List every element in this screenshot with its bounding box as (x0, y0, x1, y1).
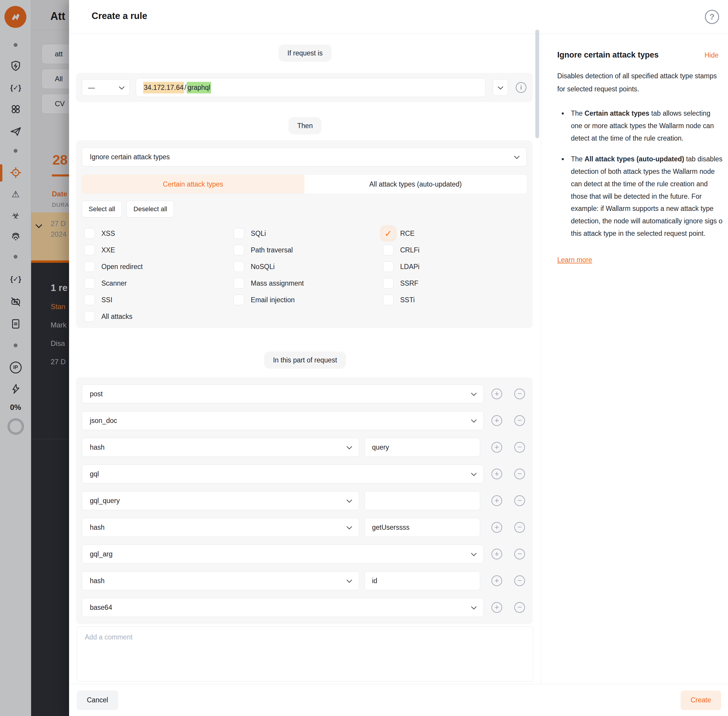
remove-row-button[interactable]: − (514, 575, 525, 586)
attack-type-label: Mass assignment (251, 279, 304, 287)
attack-type-label: All attacks (101, 312, 133, 321)
create-button[interactable]: Create (681, 690, 721, 710)
attack-type-label: Scanner (101, 279, 127, 287)
checkbox-checked[interactable]: ✓ (383, 228, 394, 239)
checkbox[interactable] (233, 245, 244, 255)
attack-type-option[interactable]: Email injection (233, 294, 304, 305)
select-all-button[interactable]: Select all (82, 201, 122, 217)
remove-row-button[interactable]: − (514, 442, 525, 453)
attack-type-label: SQLi (251, 229, 266, 238)
remove-row-button[interactable]: − (514, 602, 525, 613)
deselect-all-button[interactable]: Deselect all (127, 201, 174, 217)
attack-type-option[interactable]: SQLi (233, 228, 304, 239)
chevron-down-icon (347, 577, 352, 583)
add-row-button[interactable]: + (492, 388, 502, 399)
remove-row-button[interactable]: − (514, 415, 525, 426)
attack-type-option[interactable]: Mass assignment (233, 278, 304, 288)
request-part-value-input[interactable] (365, 491, 480, 510)
tab-certain-attack-types[interactable]: Certain attack types (82, 175, 304, 194)
remove-row-button[interactable]: − (514, 549, 525, 560)
checkbox[interactable] (383, 294, 394, 305)
request-part-row: gql_arg+− (82, 545, 527, 564)
remove-row-button[interactable]: − (514, 522, 525, 533)
attack-type-grid: XSSXXEOpen redirectScannerSSIAll attacks… (82, 228, 527, 326)
scrollbar[interactable] (535, 30, 539, 138)
add-row-button[interactable]: + (492, 469, 502, 479)
checkbox[interactable] (383, 245, 394, 255)
chevron-down-icon (347, 497, 352, 502)
attack-type-option[interactable]: Path traversal (233, 245, 304, 255)
add-row-button[interactable]: + (492, 415, 502, 426)
attack-type-option[interactable]: Scanner (84, 278, 142, 288)
info-icon[interactable]: i (516, 82, 527, 93)
request-part-select[interactable]: hash (82, 571, 359, 590)
add-row-button[interactable]: + (492, 442, 502, 453)
attack-type-option[interactable]: SSTi (383, 294, 419, 305)
chevron-down-icon (347, 444, 352, 449)
checkbox[interactable] (383, 261, 394, 272)
add-row-button[interactable]: + (492, 495, 502, 506)
attack-type-label: LDAPi (400, 263, 419, 271)
attack-type-option[interactable]: SSI (84, 294, 142, 305)
hide-link[interactable]: Hide (705, 51, 719, 59)
request-part-select[interactable]: hash (82, 518, 359, 537)
tab-all-attack-types[interactable]: All attack types (auto-updated) (304, 175, 527, 194)
request-part-select[interactable]: gql_query (82, 491, 359, 510)
request-part-value-input[interactable]: id (365, 571, 480, 590)
checkbox[interactable] (84, 278, 95, 288)
remove-row-button[interactable]: − (514, 388, 525, 399)
request-part-select[interactable]: gql_arg (82, 545, 484, 564)
attack-type-tabs: Certain attack types All attack types (a… (82, 175, 527, 194)
attack-type-option[interactable]: Open redirect (84, 261, 142, 272)
checkbox[interactable] (383, 278, 394, 288)
rule-type-select[interactable]: Ignore certain attack types (82, 147, 527, 166)
request-part-row: post+− (82, 384, 527, 404)
remove-row-button[interactable]: − (514, 469, 525, 479)
checkbox[interactable] (84, 228, 95, 239)
request-part-select[interactable]: json_doc (82, 411, 484, 430)
attack-type-label: SSI (101, 296, 112, 304)
checkbox[interactable] (233, 294, 244, 305)
attack-type-option[interactable]: CRLFi (383, 245, 419, 255)
help-icon[interactable]: ? (705, 10, 719, 24)
learn-more-link[interactable]: Learn more (557, 256, 592, 264)
uri-dropdown-button[interactable] (493, 79, 508, 96)
chevron-down-icon (471, 470, 476, 476)
attack-type-option[interactable]: NoSQLi (233, 261, 304, 272)
add-row-button[interactable]: + (492, 549, 502, 560)
checkbox[interactable] (233, 228, 244, 239)
cancel-button[interactable]: Cancel (77, 690, 118, 710)
request-part-select[interactable]: gql (82, 464, 484, 484)
help-title: Ignore certain attack types (557, 50, 658, 60)
help-bullet-1: The Certain attack types tab allows sele… (568, 108, 723, 145)
checkbox[interactable] (84, 245, 95, 255)
checkbox[interactable] (84, 261, 95, 272)
attack-type-label: CRLFi (400, 246, 419, 254)
attack-type-option[interactable]: ✓RCE (383, 228, 419, 239)
attack-type-option[interactable]: XXE (84, 245, 142, 255)
add-row-button[interactable]: + (492, 522, 502, 533)
request-part-select[interactable]: hash (82, 438, 359, 457)
uri-input[interactable]: 34.172.17.64/graphql (136, 78, 486, 97)
attack-type-option[interactable]: All attacks (84, 311, 142, 322)
condition-operator-select[interactable]: — (82, 79, 130, 96)
request-part-select[interactable]: post (82, 384, 484, 404)
request-part-select[interactable]: base64 (82, 598, 484, 617)
checkbox[interactable] (233, 261, 244, 272)
chevron-down-icon (471, 390, 476, 396)
add-row-button[interactable]: + (492, 602, 502, 613)
attack-type-option[interactable]: XSS (84, 228, 142, 239)
checkbox[interactable] (84, 311, 95, 322)
checkbox[interactable] (84, 294, 95, 305)
request-part-value-input[interactable]: getUserssss (365, 518, 480, 537)
help-bullets: The Certain attack types tab allows sele… (557, 108, 723, 240)
request-part-value-input[interactable]: query (365, 438, 480, 457)
remove-row-button[interactable]: − (514, 495, 525, 506)
attack-type-option[interactable]: LDAPi (383, 261, 419, 272)
modal-footer: Cancel Create (69, 684, 728, 716)
checkbox[interactable] (233, 278, 244, 288)
attack-type-option[interactable]: SSRF (383, 278, 419, 288)
comment-textarea[interactable] (77, 626, 533, 682)
modal-body: If request is — 34.172.17.64/graphql i T… (69, 34, 541, 684)
add-row-button[interactable]: + (492, 575, 502, 586)
